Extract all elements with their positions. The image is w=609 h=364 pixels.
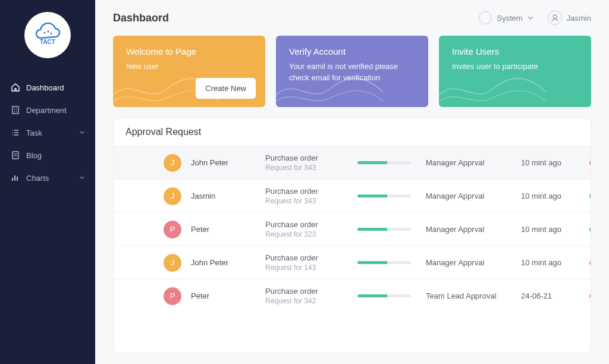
sidebar-item-task[interactable]: Task bbox=[0, 121, 95, 144]
progress-bar bbox=[357, 161, 387, 164]
progress-track bbox=[357, 261, 411, 264]
row-progress bbox=[357, 194, 420, 197]
system-label: System bbox=[497, 14, 522, 23]
request-title: Purchase order bbox=[265, 153, 351, 162]
row-progress bbox=[357, 294, 420, 297]
row-status bbox=[589, 194, 591, 199]
request-title: Purchase order bbox=[265, 253, 351, 262]
avatar: J bbox=[164, 187, 181, 205]
progress-bar bbox=[357, 228, 387, 231]
avatar-cell: P bbox=[125, 221, 185, 239]
card-body: Invites user to participate bbox=[452, 61, 578, 73]
row-progress bbox=[357, 161, 420, 164]
row-name: Jasmin bbox=[191, 192, 259, 200]
progress-track bbox=[357, 194, 411, 197]
request-subtitle: Request for 343 bbox=[265, 197, 351, 205]
svg-point-1 bbox=[47, 30, 49, 32]
info-card-orange: Welcome to PageNew userCreate New bbox=[113, 36, 265, 107]
topbar: Dashbaord System Jasmin bbox=[113, 11, 591, 25]
sidebar-item-label: Charts bbox=[26, 174, 49, 183]
table-row[interactable]: PPeterPurchase orderRequest for 323Manag… bbox=[114, 212, 591, 246]
progress-bar bbox=[357, 294, 387, 297]
main: Dashbaord System Jasmin Welcome to PageN… bbox=[95, 0, 609, 364]
table-row[interactable]: JJohn PeterPurchase orderRequest for 143… bbox=[114, 246, 591, 279]
system-dropdown[interactable]: System bbox=[479, 11, 533, 24]
building-icon bbox=[11, 105, 20, 115]
card-title: Invite Users bbox=[452, 46, 578, 57]
row-name: Peter bbox=[191, 291, 259, 300]
sidebar-item-department[interactable]: Department bbox=[0, 99, 95, 121]
row-time: 10 mint ago bbox=[521, 225, 583, 234]
row-request: Purchase orderRequest for 323 bbox=[265, 220, 351, 239]
logo-circle: TACT bbox=[24, 12, 71, 58]
request-subtitle: Request for 342 bbox=[265, 297, 351, 305]
sidebar: TACT DashboardDepartmentTaskBlogCharts bbox=[0, 0, 95, 364]
request-title: Purchase order bbox=[265, 220, 351, 229]
status-dot-icon bbox=[589, 194, 591, 199]
row-request: Purchase orderRequest for 143 bbox=[265, 253, 351, 272]
card-body: Your eamil is not verified please check … bbox=[289, 61, 415, 84]
chevron-down-icon bbox=[80, 130, 84, 136]
svg-point-6 bbox=[553, 15, 557, 18]
row-request: Purchase orderRequest for 343 bbox=[265, 153, 351, 172]
card-body: New user bbox=[126, 61, 252, 73]
info-card-purple: Verify AccountYour eamil is not verified… bbox=[276, 36, 428, 107]
row-stage: Manager Apprval bbox=[426, 225, 515, 234]
sidebar-item-label: Blog bbox=[26, 151, 42, 160]
row-progress bbox=[357, 228, 420, 231]
sidebar-item-dashboard[interactable]: Dashboard bbox=[0, 76, 95, 99]
row-request: Purchase orderRequest for 342 bbox=[265, 287, 351, 305]
home-icon bbox=[11, 83, 20, 92]
svg-rect-5 bbox=[12, 152, 18, 159]
request-subtitle: Request for 323 bbox=[265, 230, 351, 239]
row-status bbox=[589, 294, 591, 299]
cloud-logo-icon: TACT bbox=[32, 19, 64, 51]
row-status bbox=[589, 161, 591, 165]
create-new-button[interactable]: Create New bbox=[196, 78, 256, 99]
wave-icon bbox=[439, 71, 546, 107]
bars-icon bbox=[11, 173, 20, 183]
avatar: J bbox=[164, 154, 181, 172]
caret-down-icon bbox=[528, 14, 533, 23]
avatar: P bbox=[164, 287, 181, 305]
approval-panel: Approval Request JJohn PeterPurchase ord… bbox=[113, 118, 591, 353]
progress-track bbox=[357, 228, 411, 231]
doc-icon bbox=[11, 150, 20, 160]
request-subtitle: Request for 143 bbox=[265, 263, 351, 272]
table-row[interactable]: JJasminPurchase orderRequest for 343Mana… bbox=[114, 179, 591, 212]
svg-text:TACT: TACT bbox=[40, 39, 55, 45]
panel-title: Approval Request bbox=[114, 118, 591, 146]
status-dot-icon bbox=[589, 161, 591, 165]
table-row[interactable]: JJohn PeterPurchase orderRequest for 343… bbox=[114, 146, 591, 179]
row-request: Purchase orderRequest for 343 bbox=[265, 187, 351, 205]
avatar-cell: J bbox=[125, 254, 185, 272]
row-stage: Manager Apprval bbox=[426, 192, 515, 200]
status-dot-icon bbox=[589, 261, 591, 265]
row-name: John Peter bbox=[191, 158, 259, 167]
sidebar-item-charts[interactable]: Charts bbox=[0, 167, 95, 189]
circle-icon bbox=[479, 11, 492, 24]
progress-track bbox=[357, 294, 411, 297]
table-row[interactable]: PPeterPurchase orderRequest for 342Team … bbox=[114, 279, 591, 312]
user-name: Jasmin bbox=[567, 14, 591, 23]
avatar-cell: P bbox=[125, 287, 185, 305]
sidebar-item-label: Dashboard bbox=[26, 83, 64, 92]
avatar-cell: J bbox=[125, 187, 185, 205]
row-status bbox=[589, 227, 591, 232]
sidebar-item-blog[interactable]: Blog bbox=[0, 144, 95, 167]
status-dot-icon bbox=[589, 227, 591, 232]
logo: TACT bbox=[0, 6, 95, 76]
approval-rows: JJohn PeterPurchase orderRequest for 343… bbox=[114, 146, 591, 312]
svg-point-2 bbox=[50, 32, 52, 34]
row-time: 10 mint ago bbox=[521, 258, 583, 267]
card-title: Welcome to Page bbox=[126, 46, 252, 57]
sidebar-item-label: Department bbox=[26, 106, 67, 115]
progress-bar bbox=[357, 194, 387, 197]
row-name: Peter bbox=[191, 225, 259, 234]
card-title: Verify Account bbox=[289, 46, 415, 57]
request-title: Purchase order bbox=[265, 187, 351, 196]
row-status bbox=[589, 261, 591, 265]
user-menu[interactable]: Jasmin bbox=[548, 11, 591, 25]
svg-point-0 bbox=[43, 32, 45, 33]
row-stage: Manager Apprval bbox=[426, 158, 515, 167]
